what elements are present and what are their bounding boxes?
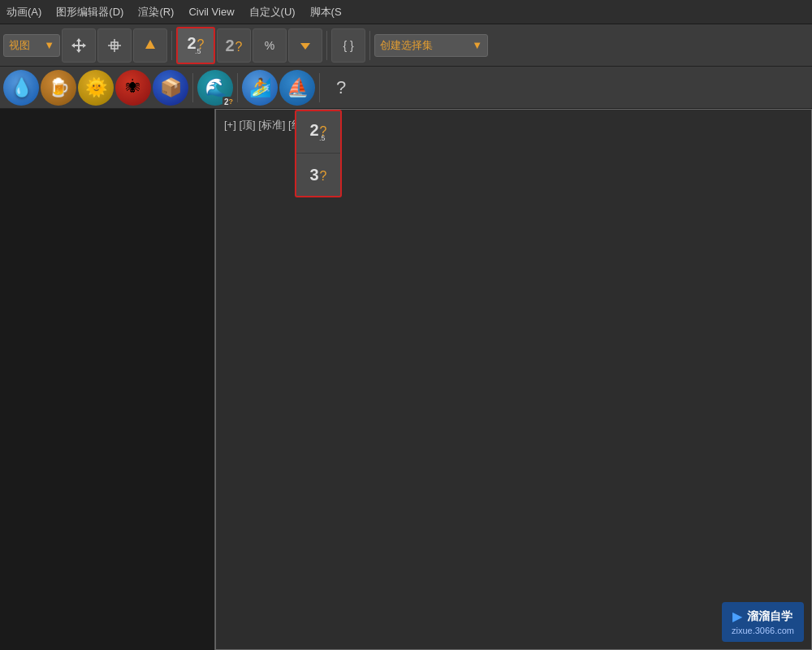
watermark-play-icon: ▶	[732, 609, 742, 624]
toolbar-icon-box[interactable]: 📦	[153, 70, 188, 106]
toolbar-icon-water[interactable]: 💧	[3, 70, 39, 106]
dropdown-item-3d[interactable]: 3 ?	[296, 154, 340, 196]
separator-row2-3	[319, 73, 320, 102]
menu-graph-editor[interactable]: 图形编辑器(D)	[56, 5, 123, 20]
dropdown-panel-25d: 2 ? .5 3 ?	[295, 110, 342, 197]
menu-animation[interactable]: 动画(A)	[6, 5, 41, 20]
toolbar-btn-25d-highlight[interactable]: 2 ? .5	[176, 27, 215, 64]
separator-3	[369, 31, 370, 60]
separator-row2-1	[192, 73, 193, 102]
dropdown-3d-icon: 3 ?	[309, 167, 326, 183]
watermark: ▶ 溜溜自学 zixue.3066.com	[722, 602, 804, 642]
toolbar-row-1: 视图 ▼ 2 ? .5 2 ? %	[0, 24, 812, 67]
left-panel	[0, 109, 215, 650]
dropdown-arrow-icon: ▼	[44, 39, 54, 51]
svg-marker-4	[71, 43, 75, 48]
watermark-text: 溜溜自学	[747, 609, 793, 624]
selection-dropdown-arrow-icon: ▼	[472, 39, 482, 51]
create-selection-label: 创建选择集	[380, 38, 433, 53]
toolbar-icon-beer[interactable]: 🍺	[41, 70, 76, 106]
svg-marker-9	[145, 40, 155, 49]
menu-script[interactable]: 脚本(S	[310, 5, 342, 20]
toolbar-btn-percent[interactable]: %	[253, 28, 287, 63]
toolbar-btn-arrow-down[interactable]	[288, 28, 322, 63]
separator-row2-2	[237, 73, 238, 102]
svg-marker-3	[76, 50, 81, 53]
toolbar-btn-help[interactable]: ?	[324, 71, 358, 105]
toolbar-icon-lamp[interactable]: 🌞	[78, 70, 114, 106]
menu-custom[interactable]: 自定义(U)	[249, 5, 296, 20]
toolbar-btn-up-arrow[interactable]	[133, 28, 167, 63]
svg-marker-2	[76, 38, 81, 41]
toolbar-icon-wave-2d[interactable]: 🌊 2?	[197, 70, 233, 106]
toolbar-btn-brace[interactable]: { }	[331, 28, 365, 63]
separator-1	[171, 31, 172, 60]
toolbar-icon-wave2[interactable]: ⛵	[279, 70, 315, 106]
toolbar-row-2: 💧 🍺 🌞 🕷 📦 🌊 2? 🏄 ⛵ ?	[0, 67, 812, 109]
watermark-url: zixue.3066.com	[732, 626, 794, 635]
separator-2	[326, 31, 327, 60]
svg-marker-5	[83, 43, 86, 48]
create-selection-dropdown[interactable]: 创建选择集 ▼	[374, 34, 488, 57]
menu-render[interactable]: 渲染(R)	[138, 5, 174, 20]
watermark-top: ▶ 溜溜自学	[732, 609, 793, 624]
toolbar-icon-spider[interactable]: 🕷	[115, 70, 151, 106]
main-area: [+] [顶] [标准] [线框]	[0, 109, 812, 650]
toolbar-icon-boat[interactable]: 🏄	[242, 70, 278, 106]
menu-bar: 动画(A) 图形编辑器(D) 渲染(R) Civil View 自定义(U) 脚…	[0, 0, 812, 24]
svg-marker-10	[300, 43, 310, 50]
dropdown-item-25d[interactable]: 2 ? .5	[296, 111, 340, 154]
menu-civil-view[interactable]: Civil View	[188, 6, 234, 18]
2d-icon-alt: 2 ?	[225, 37, 242, 54]
view-label: 视图	[9, 38, 30, 53]
toolbar-btn-move[interactable]	[62, 28, 96, 63]
view-dropdown[interactable]: 视图 ▼	[3, 34, 60, 57]
toolbar-btn-25d-alt[interactable]: 2 ?	[217, 28, 251, 63]
2d-icon: 2 ? .5	[187, 35, 204, 55]
toolbar-btn-crosshair[interactable]	[97, 28, 132, 63]
dropdown-2d-icon: 2 ? .5	[309, 122, 326, 142]
